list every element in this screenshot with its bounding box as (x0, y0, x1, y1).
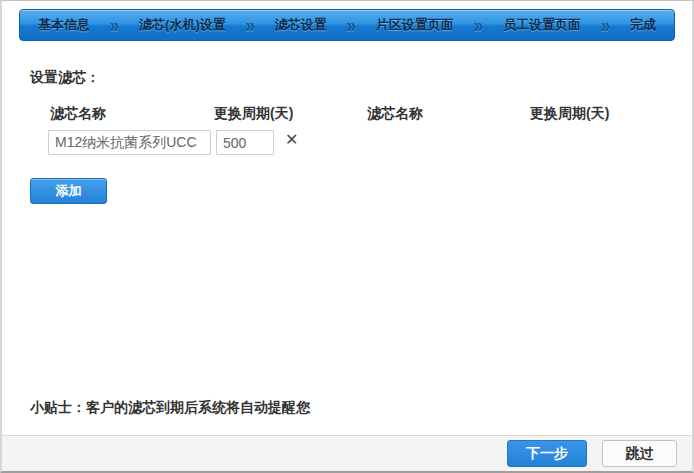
step-finish[interactable]: 完成 (630, 16, 656, 34)
skip-button[interactable]: 跳过 (602, 440, 677, 467)
chevron-separator-icon: » (246, 15, 255, 35)
step-basic-info[interactable]: 基本信息 (38, 16, 90, 34)
step-filter-machine-setup[interactable]: 滤芯(水机)设置 (139, 16, 226, 34)
setup-wizard-dialog: 基本信息 » 滤芯(水机)设置 » 滤芯设置 » 片区设置页面 » 员工设置页面… (0, 0, 694, 473)
column-header-cycle-days-1: 更换周期(天) (214, 105, 293, 123)
footer-bar: 下一步 跳过 (2, 435, 692, 471)
tip-text: 小贴士：客户的滤芯到期后系统将自动提醒您 (30, 399, 310, 417)
filter-name-input[interactable] (48, 130, 211, 155)
delete-row-icon[interactable]: ✕ (285, 132, 298, 148)
chevron-separator-icon: » (601, 15, 610, 35)
step-area-setup[interactable]: 片区设置页面 (376, 16, 454, 34)
cycle-days-input[interactable] (216, 130, 274, 155)
chevron-separator-icon: » (110, 15, 119, 35)
wizard-step-bar: 基本信息 » 滤芯(水机)设置 » 滤芯设置 » 片区设置页面 » 员工设置页面… (19, 9, 675, 41)
section-label-set-filter: 设置滤芯： (30, 69, 100, 87)
chevron-separator-icon: » (347, 15, 356, 35)
next-step-button[interactable]: 下一步 (507, 440, 587, 467)
column-header-filter-name-1: 滤芯名称 (50, 105, 106, 123)
step-staff-setup[interactable]: 员工设置页面 (503, 16, 581, 34)
chevron-separator-icon: » (474, 15, 483, 35)
column-header-cycle-days-2: 更换周期(天) (530, 105, 609, 123)
step-filter-setup[interactable]: 滤芯设置 (275, 16, 327, 34)
column-header-filter-name-2: 滤芯名称 (367, 105, 423, 123)
add-button[interactable]: 添加 (30, 178, 107, 204)
